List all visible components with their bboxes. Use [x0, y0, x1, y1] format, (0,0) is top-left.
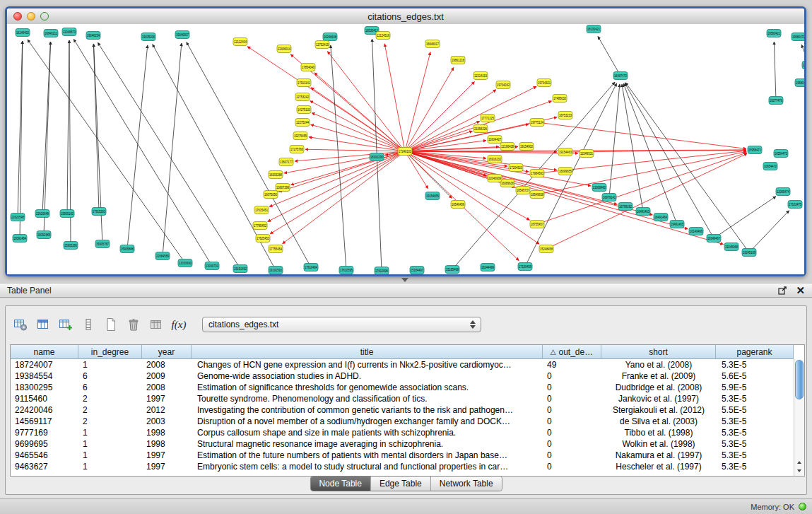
cell-year[interactable]: 1997 [142, 394, 192, 404]
cell-short[interactable]: Jankovic et al. (1997) [601, 394, 716, 404]
graph-node[interactable]: 17854040 [301, 64, 315, 71]
column-header-out-degree[interactable]: △out_de… [543, 345, 601, 359]
cell-short[interactable]: Franke et al. (2009) [601, 371, 716, 381]
cell-title[interactable]: Investigating the contribution of common… [192, 405, 543, 415]
cell-short[interactable]: Wolkin et al. (1998) [601, 439, 716, 449]
graph-edge[interactable] [774, 42, 776, 100]
graph-node[interactable]: 21056326 [473, 125, 488, 133]
graph-node[interactable]: 17159459 [518, 263, 532, 271]
graph-node[interactable]: 18546456 [451, 201, 465, 209]
cell-title[interactable]: Estimation of significance thresholds fo… [192, 382, 543, 392]
graph-edge[interactable] [405, 151, 652, 215]
graph-node[interactable]: 19491465 [670, 221, 684, 228]
cell-short[interactable]: Hescheler et al. (1997) [601, 462, 716, 472]
graph-node[interactable]: 19861218 [451, 57, 465, 64]
graph-node[interactable]: 16646017 [425, 40, 440, 48]
column-header-short[interactable]: short [601, 345, 716, 359]
graph-edge[interactable] [749, 211, 789, 252]
graph-node[interactable]: 17485032 [553, 95, 567, 103]
graph-node[interactable]: 15905182 [60, 210, 74, 218]
graph-node[interactable]: 16491463 [636, 208, 650, 216]
graph-edge[interactable] [310, 101, 405, 151]
cell-name[interactable]: 18300295 [11, 382, 78, 392]
cell-year[interactable]: 2008 [142, 382, 192, 392]
cell-out_degree[interactable]: 49 [543, 360, 601, 370]
cell-year[interactable]: 2008 [142, 360, 192, 370]
graph-edge[interactable] [42, 42, 50, 214]
graph-node[interactable]: 13030791 [205, 262, 219, 270]
cell-in_degree[interactable]: 6 [78, 382, 142, 392]
cell-out_degree[interactable]: 0 [543, 450, 601, 460]
create-column-button[interactable] [57, 315, 75, 334]
import-table-button[interactable] [147, 315, 165, 334]
cell-out_degree[interactable]: 0 [543, 439, 601, 449]
cell-year[interactable]: 2012 [142, 405, 192, 415]
cell-out_degree[interactable]: 0 [543, 405, 601, 415]
graph-node[interactable]: 19035206 [141, 33, 155, 41]
graph-edge[interactable] [405, 86, 536, 151]
cell-pagerank[interactable]: 5.3E-5 [716, 450, 794, 460]
graph-node[interactable]: 19580472 [792, 33, 804, 41]
tab-edge-table[interactable]: Edge Table [370, 477, 430, 491]
graph-edge[interactable] [384, 44, 405, 151]
graph-node[interactable]: 18300295 [370, 153, 384, 161]
graph-node[interactable]: 17915283 [92, 208, 106, 216]
cell-name[interactable]: 22420046 [11, 405, 78, 415]
graph-node[interactable]: 16554473 [774, 150, 788, 158]
cell-short[interactable]: Stergiakouli et al. (2012) [601, 405, 716, 415]
float-window-icon[interactable] [778, 286, 787, 295]
graph-node[interactable]: 18549838 [530, 191, 544, 199]
graph-edge[interactable] [311, 124, 405, 151]
graph-edge[interactable] [314, 73, 405, 151]
graph-edge[interactable] [405, 151, 688, 229]
cell-short[interactable]: Nakamura et al. (1997) [601, 450, 716, 460]
column-header-pagerank[interactable]: pagerank [716, 345, 794, 359]
cell-in_degree[interactable]: 2 [78, 405, 142, 415]
graph-node[interactable]: 17610696 [375, 267, 389, 275]
graph-node[interactable]: 17785452 [253, 222, 267, 230]
cell-in_degree[interactable]: 1 [78, 462, 142, 472]
graph-edge[interactable] [187, 42, 311, 267]
graph-node[interactable]: 12124516 [376, 32, 390, 40]
cell-year[interactable]: 1997 [142, 450, 192, 460]
close-panel-icon[interactable]: ✕ [796, 286, 805, 295]
table-row[interactable]: 946362711997Embryonic stem cells: a mode… [11, 461, 794, 472]
graph-node[interactable]: 17204923 [509, 164, 523, 172]
graph-node[interactable]: 13030690 [178, 259, 192, 267]
graph-edge[interactable] [278, 151, 405, 192]
cell-in_degree[interactable]: 2 [78, 394, 142, 404]
graph-node[interactable]: 18130421 [587, 25, 601, 33]
cell-year[interactable]: 2003 [142, 416, 192, 426]
cell-name[interactable]: 9115460 [11, 394, 78, 404]
graph-node[interactable]: 12112404 [233, 38, 247, 46]
table-selector-dropdown[interactable]: citations_edges.txt [202, 317, 481, 332]
split-pane-handle[interactable] [401, 278, 408, 282]
cell-pagerank[interactable]: 5.3E-5 [716, 428, 794, 438]
new-document-button[interactable] [102, 315, 120, 334]
graph-node[interactable]: 12065474 [776, 188, 790, 196]
function-builder-button[interactable]: f(x) [170, 315, 188, 334]
zoom-window-button[interactable] [40, 12, 49, 21]
graph-edge[interactable] [73, 39, 212, 266]
tab-node-table[interactable]: Node Table [310, 477, 370, 491]
graph-edge[interactable] [311, 88, 405, 151]
table-row[interactable]: 969969511998Structural magnetic resonanc… [11, 438, 794, 450]
graph-node[interactable]: 13607399 [276, 184, 290, 192]
table-row[interactable]: 946554611997Estimation of the future num… [11, 450, 794, 461]
table-row[interactable]: 2242004622012Investigating the contribut… [11, 404, 794, 416]
graph-node[interactable]: 15248458 [539, 245, 553, 253]
cell-name[interactable]: 9463627 [11, 462, 78, 472]
graph-node[interactable]: 19154463 [558, 148, 572, 156]
graph-node[interactable]: 11604427 [488, 136, 502, 144]
graph-node[interactable]: 12752415 [315, 41, 329, 49]
graph-node[interactable]: 16303288 [269, 171, 283, 179]
cell-out_degree[interactable]: 0 [543, 382, 601, 392]
cell-pagerank[interactable]: 5.5E-5 [716, 405, 794, 415]
table-row[interactable]: 1872400712008Changes of HCN gene express… [11, 359, 794, 370]
cell-title[interactable]: Genome-wide association studies in ADHD. [192, 371, 543, 381]
cell-short[interactable]: Tibbo et al. (1998) [601, 428, 716, 438]
table-row[interactable]: 1456911722003Disruption of a novel membe… [11, 416, 794, 427]
scroll-down-arrow[interactable] [794, 467, 804, 475]
graph-node[interactable]: 22040939 [488, 175, 502, 182]
graph-node[interactable]: 18244499 [481, 264, 495, 271]
